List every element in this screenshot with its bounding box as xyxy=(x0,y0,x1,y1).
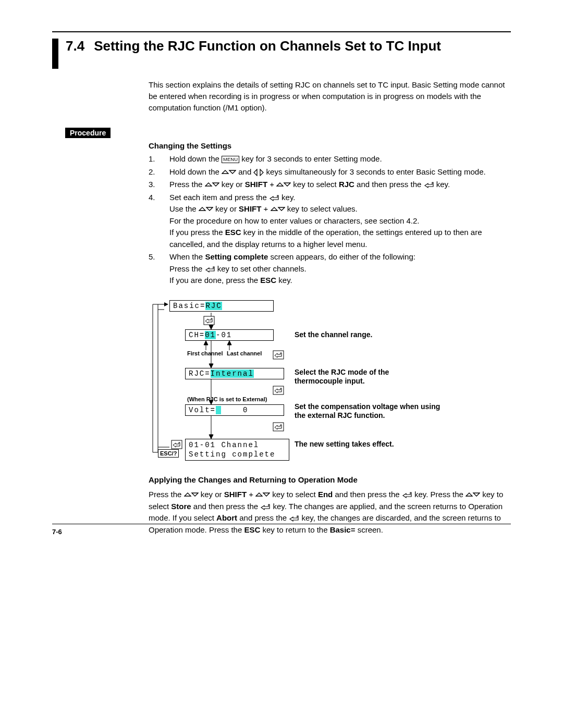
step-5: 5. When the Setting complete screen appe… xyxy=(149,251,511,287)
section-number: 7.4 xyxy=(66,39,84,54)
svg-marker-11 xyxy=(209,364,213,368)
updown-icon xyxy=(276,182,291,188)
last-channel-label: Last channel xyxy=(227,350,262,356)
step-number: 3. xyxy=(149,179,169,191)
updown-icon xyxy=(466,492,480,498)
svg-marker-17 xyxy=(204,341,208,345)
enter-icon xyxy=(402,491,412,499)
changing-heading: Changing the Settings xyxy=(149,141,511,150)
section-marker-bar xyxy=(52,39,58,69)
esc-key-box: ESC/? xyxy=(158,449,179,458)
svg-marker-19 xyxy=(227,341,231,345)
step-text: Hold down the and keys simultaneously fo… xyxy=(169,166,511,178)
procedure-label: Procedure xyxy=(65,128,111,138)
enter-icon xyxy=(260,503,271,511)
procedure-body: Changing the Settings 1. Hold down the M… xyxy=(149,141,511,287)
enter-box-icon xyxy=(273,422,284,434)
step-number: 5. xyxy=(149,251,169,287)
lcd-volt: Volt= 0 xyxy=(185,404,284,416)
enter-box-icon xyxy=(203,316,215,328)
step-2: 2. Hold down the and keys simultaneously… xyxy=(149,166,511,178)
updown-icon xyxy=(255,492,270,498)
footer-rule xyxy=(52,524,511,524)
lcd-complete: 01-01 ChannelSetting complete xyxy=(185,439,289,461)
top-rule xyxy=(52,31,511,32)
enter-box-icon xyxy=(273,386,284,398)
updown-icon xyxy=(205,182,219,188)
step-number: 4. xyxy=(149,192,169,251)
ann-rjc-mode: Select the RJC mode of the thermocouple … xyxy=(295,368,425,386)
lcd-ch: CH=01-01 xyxy=(185,329,274,341)
applying-heading: Applying the Changes and Returning to Op… xyxy=(149,474,511,486)
procedure-row: Procedure xyxy=(52,128,511,138)
closing-section: Applying the Changes and Returning to Op… xyxy=(149,474,511,536)
step-4: 4. Set each item and press the key. Use … xyxy=(149,192,511,251)
menu-key-icon: MENU xyxy=(222,156,239,163)
flow-diagram: Basic=RJC CH=01-01 Set the channel range… xyxy=(149,298,511,465)
step-text: When the Setting complete screen appears… xyxy=(169,251,511,287)
step-text: Set each item and press the key. Use the… xyxy=(169,192,511,251)
enter-icon xyxy=(289,515,299,522)
svg-marker-15 xyxy=(209,435,213,439)
first-channel-label: First channel xyxy=(187,350,223,356)
enter-icon xyxy=(269,194,279,202)
step-1: 1. Hold down the MENU key for 3 seconds … xyxy=(149,153,511,165)
closing-paragraph: Press the key or SHIFT + key to select E… xyxy=(149,489,511,536)
when-external-note: (When RJC is set to External) xyxy=(187,396,267,402)
ann-channel-range: Set the channel range. xyxy=(295,330,372,340)
leftright-icon xyxy=(253,169,264,176)
ann-volt: Set the compensation voltage when using … xyxy=(295,402,451,421)
section-title: Setting the RJC Function on Channels Set… xyxy=(94,39,441,54)
section-header: 7.4 Setting the RJC Function on Channels… xyxy=(52,39,511,69)
enter-icon xyxy=(205,266,215,273)
updown-icon xyxy=(184,492,199,498)
step-number: 2. xyxy=(149,166,169,178)
steps-list: 1. Hold down the MENU key for 3 seconds … xyxy=(149,153,511,287)
updown-icon xyxy=(271,207,285,212)
lcd-basic: Basic=RJC xyxy=(169,300,274,312)
step-text: Press the key or SHIFT + key to select R… xyxy=(169,179,511,191)
enter-icon xyxy=(424,181,434,189)
updown-icon xyxy=(199,207,213,212)
step-number: 1. xyxy=(149,153,169,165)
step-text: Hold down the MENU key for 3 seconds to … xyxy=(169,153,511,165)
enter-box-icon xyxy=(273,350,284,362)
page-number: 7-6 xyxy=(52,528,62,536)
svg-marker-4 xyxy=(164,302,168,306)
lcd-rjc: RJC=Internal xyxy=(185,368,284,379)
step-3: 3. Press the key or SHIFT + key to selec… xyxy=(149,179,511,191)
updown-icon xyxy=(222,170,236,175)
ann-takes-effect: The new setting takes effect. xyxy=(295,440,394,449)
intro-paragraph: This section explains the details of set… xyxy=(149,79,511,113)
